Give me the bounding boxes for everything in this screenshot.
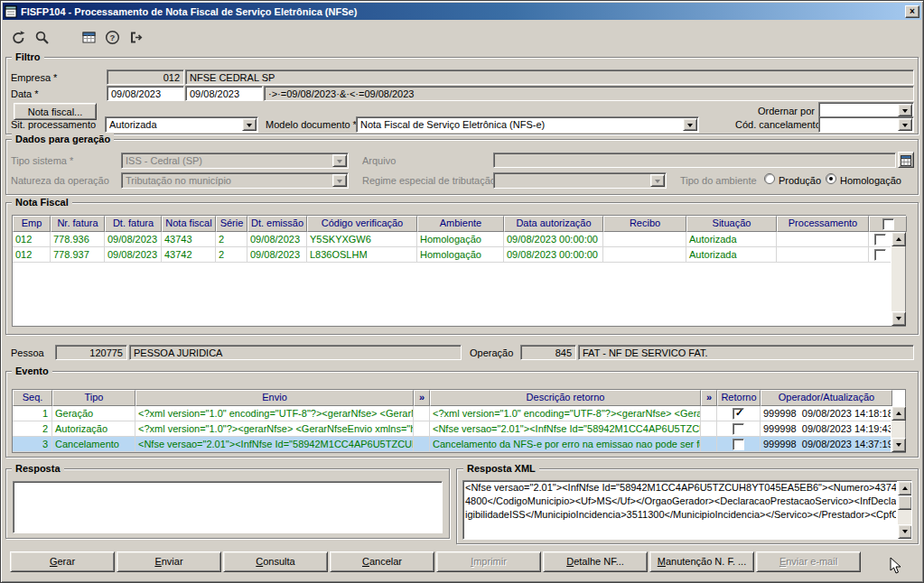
row-checkbox[interactable] [874,249,886,261]
ev-cell-retorno [717,406,761,421]
ev-col-header-seq[interactable]: Seq. [13,390,52,406]
retorno-checkbox[interactable] [733,423,744,435]
nf-row[interactable]: 012 778.937 09/08/2023 43742 2 09/08/202… [13,247,905,263]
arrow-up-icon [902,484,908,490]
nf-cell [603,232,686,247]
help-button[interactable]: ? [102,27,122,47]
dropdown-arrow-icon[interactable] [242,118,257,131]
nf-cell: 43742 [162,247,216,263]
nf-col-header-emp[interactable]: Emp [13,216,51,232]
scroll-up-button[interactable] [891,232,906,246]
dropdown-arrow-icon[interactable] [898,118,912,131]
select-all-checkbox[interactable] [882,218,894,230]
detalhe-nf-button[interactable]: Detalhe NF... [543,551,648,572]
nf-col-header-processamento[interactable]: Processamento [777,216,869,232]
evento-row[interactable]: 1 Geração <?xml version="1.0" encoding="… [13,406,905,421]
ev-cell: 1 [13,406,52,421]
nf-cell: 09/08/2023 00:00:00 [504,232,603,247]
nf-col-header-dt-fatura[interactable]: Dt. fatura [105,216,162,232]
nf-grid-scrollbar[interactable] [891,232,905,326]
search-button[interactable] [32,27,51,47]
scroll-down-button[interactable] [891,311,906,326]
operacao-name-field: FAT - NF DE SERVICO FAT. [578,345,914,360]
dados-geracao-legend: Dados para geração [12,134,114,144]
exit-icon [128,30,144,45]
ev-cell: <Nfse versao="2.01"><InfNfse Id="58942M1… [430,421,701,437]
operacao-label: Operação [470,347,513,359]
enviar-button[interactable]: Enviar [117,551,221,572]
resposta-xml-textarea[interactable]: <Nfse versao="2.01"><InfNfse Id="58942M1… [462,480,912,540]
nf-cell: 2 [216,232,247,247]
nf-cell: Homologação [417,247,504,263]
radio-homologacao[interactable] [826,173,836,184]
consulta-button[interactable]: Consulta [223,551,328,572]
scrollbar-thumb[interactable] [898,495,912,510]
scroll-down-button[interactable] [898,524,912,539]
expand-envio-button[interactable]: » [414,390,430,406]
nf-grid-header: Emp Nr. fatura Dt. fatura Nota fiscal Sé… [13,216,905,232]
cod-cancelamento-select[interactable] [818,116,914,133]
resposta-textarea[interactable] [13,481,443,533]
nf-col-header-serie[interactable]: Série [216,216,247,232]
ev-col-header-retorno[interactable]: Retorno [717,390,761,406]
ev-col-header-operador[interactable]: Operador/Atualização [761,390,892,406]
gerar-button[interactable]: Gerar [10,551,115,572]
nf-cell: 012 [13,232,51,247]
ev-col-header-envio[interactable]: Envio [135,390,414,406]
close-button[interactable]: × [905,5,919,18]
nf-col-header-nota-fiscal[interactable]: Nota fiscal [162,216,216,232]
nf-col-header-codigo-verificacao[interactable]: Código verificação [307,216,417,232]
ev-col-header-tipo[interactable]: Tipo [52,390,135,406]
dropdown-arrow-icon[interactable] [683,118,697,131]
modelo-documento-select[interactable]: Nota Fiscal de Serviço Eletrônica (NFS-e… [356,116,699,133]
sit-processamento-value: Autorizada [109,119,241,130]
nf-row[interactable]: 012 778.936 09/08/2023 43743 2 09/08/202… [13,232,905,247]
dropdown-arrow-icon [332,154,347,167]
ev-cell: <Nfse versao="2.01"><InfNfse Id="58942M1… [135,437,414,452]
dropdown-arrow-icon [650,174,665,187]
nf-col-header-nr-fatura[interactable]: Nr. fatura [51,216,105,232]
evento-row[interactable]: 2 Autorização <?xml version="1.0"?><gera… [13,421,905,437]
data-from-input[interactable]: 09/08/2023 [107,86,184,101]
radio-producao[interactable] [764,173,775,184]
scroll-down-button[interactable] [891,438,906,452]
nf-col-header-situacao[interactable]: Situação [686,216,777,232]
retorno-checkbox[interactable] [733,439,744,450]
expand-descricao-button[interactable]: » [701,390,717,406]
tipo-sistema-select: ISS - Cedral (SP) [121,153,349,169]
tipo-sistema-label: Tipo sistema * [11,155,73,167]
natureza-operacao-value: Tributação no município [126,175,331,186]
ordernar-por-label: Ordernar por [758,106,815,117]
nf-col-header-ambiente[interactable]: Ambiente [417,216,504,232]
ev-cell [414,437,430,452]
tipo-sistema-value: ISS - Cedral (SP) [126,155,331,166]
scroll-up-button[interactable] [898,481,912,495]
cancelar-button[interactable]: Cancelar [330,551,434,572]
manutencao-nf-button[interactable]: Manutenção N. F. ... [649,551,754,572]
ev-cell: Autorização [52,421,135,437]
evento-grid-scrollbar[interactable] [891,406,905,452]
nf-col-header-dt-emissao[interactable]: Dt. emissão [247,216,307,232]
dropdown-arrow-icon[interactable] [898,104,912,116]
pessoa-code-field: 120775 [55,345,127,360]
ev-cell: Cancelamento [52,437,135,452]
modelo-documento-label: Modelo documento * [266,119,357,131]
imprimir-button: Imprimir [436,551,541,572]
undo-button[interactable] [8,27,28,47]
row-checkbox[interactable] [874,234,886,245]
ev-cell [414,421,430,437]
data-to-input[interactable]: 09/08/2023 [185,86,263,101]
ev-col-header-descricao[interactable]: Descrição retorno [430,390,701,406]
evento-row-selected[interactable]: 3 Cancelamento <Nfse versao="2.01"><InfN… [13,437,905,452]
sit-processamento-select[interactable]: Autorizada [105,116,258,133]
nf-col-header-recibo[interactable]: Recibo [603,216,686,232]
arquivo-browse-button[interactable] [898,152,914,168]
scroll-up-button[interactable] [891,406,906,421]
exit-button[interactable] [126,27,145,47]
resposta-xml-scrollbar[interactable] [897,481,911,539]
retorno-checkbox[interactable] [733,408,744,420]
nf-col-header-data-autorizacao[interactable]: Data autorização [504,216,603,232]
calendar-button[interactable] [79,27,98,47]
nf-cell [777,232,869,247]
nota-fiscal-button[interactable]: Nota fiscal... [14,103,97,120]
